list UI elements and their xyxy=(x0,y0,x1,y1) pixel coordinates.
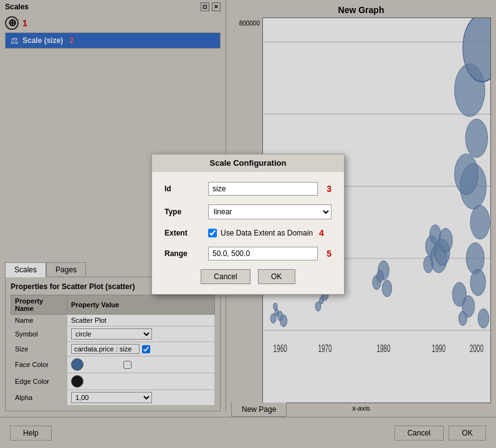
modal-range-row: Range 5 xyxy=(165,247,331,260)
modal-range-number: 5 xyxy=(327,249,331,259)
modal-extent-number: 4 xyxy=(319,228,324,238)
extent-text: Use Data Extent as Domain xyxy=(221,229,313,237)
modal-type-label: Type xyxy=(165,207,202,216)
modal-range-input[interactable] xyxy=(208,247,318,260)
modal-range-label: Range xyxy=(165,249,202,258)
modal-body: Id 3 Type linear log sqrt Extent xyxy=(152,172,344,294)
extent-checkbox[interactable] xyxy=(208,229,217,237)
modal-extent-label: Extent xyxy=(165,229,202,237)
modal-buttons: Cancel OK xyxy=(165,269,331,284)
extent-container: Use Data Extent as Domain 4 xyxy=(208,228,324,238)
main-window: Scales ⊡ ✕ ⊕ 1 ⚖ Scale (size) 2 xyxy=(0,0,496,448)
modal-type-row: Type linear log sqrt xyxy=(165,204,331,219)
modal-id-number: 3 xyxy=(327,184,331,194)
modal-ok-button[interactable]: OK xyxy=(258,269,295,284)
modal-id-row: Id 3 xyxy=(165,182,331,196)
modal-extent-row: Extent Use Data Extent as Domain 4 xyxy=(165,228,331,238)
modal-title: Scale Configuration xyxy=(152,155,344,172)
scale-config-modal: Scale Configuration Id 3 Type linear log… xyxy=(151,154,345,295)
modal-overlay: Scale Configuration Id 3 Type linear log… xyxy=(0,0,496,448)
modal-cancel-button[interactable]: Cancel xyxy=(201,269,250,284)
modal-type-select[interactable]: linear log sqrt xyxy=(208,204,331,219)
modal-id-input[interactable] xyxy=(208,182,318,196)
modal-id-label: Id xyxy=(165,184,202,193)
